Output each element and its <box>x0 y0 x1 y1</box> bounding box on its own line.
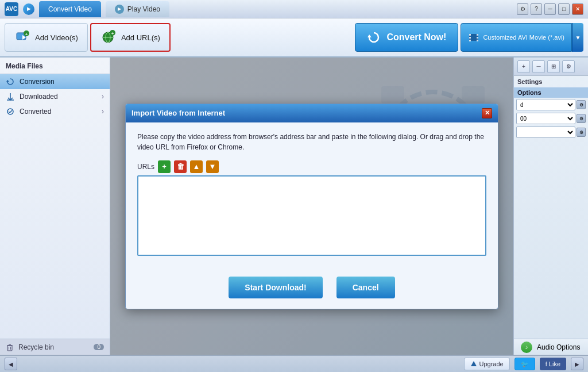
dropdown-1[interactable]: d <box>516 99 575 110</box>
app-icon: ▶ <box>23 3 34 15</box>
sidebar-item-conversion[interactable]: Conversion <box>0 74 110 89</box>
convert-now-icon <box>367 30 381 44</box>
toolbar: + Add Video(s) + Add URL(s) Convert Now! <box>0 18 588 57</box>
audio-options-bar: ♪ Audio Options <box>514 339 588 355</box>
url-input-area[interactable] <box>137 175 486 256</box>
twitter-button[interactable]: 🐦 <box>514 358 535 370</box>
help-icon[interactable]: ? <box>531 3 542 15</box>
url-move-up-button[interactable]: ▲ <box>190 160 203 173</box>
svg-marker-9 <box>368 34 372 37</box>
convert-tab-label: Convert Video <box>48 5 92 13</box>
options-section-label: Options <box>514 87 588 98</box>
window-controls: ⚙ ? ─ □ ✕ <box>517 3 583 15</box>
svg-rect-12 <box>469 37 471 39</box>
modal-description: Please copy the video address from brows… <box>137 132 486 152</box>
modal-body: Please copy the video address from brows… <box>126 122 498 270</box>
dropdown-2[interactable]: 00 <box>516 113 575 124</box>
start-download-button[interactable]: Start Download! <box>229 277 322 298</box>
converted-icon <box>6 107 15 116</box>
film-icon <box>468 32 479 43</box>
content-area: Import Video from Internet ✕ Please copy… <box>110 57 513 355</box>
sidebar-item-downloaded[interactable]: Downloaded › <box>0 89 110 104</box>
right-panel: + ─ ⊞ ⚙ Settings Options d ⚙ 00 ⚙ ⚙ <box>513 57 588 355</box>
maximize-button[interactable]: □ <box>558 3 570 15</box>
import-url-modal: Import Video from Internet ✕ Please copy… <box>125 103 498 309</box>
audio-options-container: ♪ Audio Options <box>514 339 588 355</box>
app-logo: AVC <box>5 2 18 16</box>
dropdown-row-2: 00 ⚙ <box>514 112 588 125</box>
sidebar-item-converted-label: Converted <box>20 108 51 116</box>
converted-arrow: › <box>102 108 104 116</box>
svg-text:+: + <box>25 32 28 37</box>
rp-zoom-out-button[interactable]: ─ <box>532 60 545 73</box>
modal-close-button[interactable]: ✕ <box>482 108 492 118</box>
add-urls-button[interactable]: + Add URL(s) <box>90 23 171 52</box>
rp-zoom-in-button[interactable]: + <box>517 60 530 73</box>
rp-settings-button[interactable]: ⚙ <box>562 60 575 73</box>
svg-rect-11 <box>469 34 471 36</box>
modal-overlay: Import Video from Internet ✕ Please copy… <box>110 57 513 355</box>
rp-grid-button[interactable]: ⊞ <box>547 60 560 73</box>
tab-play-video[interactable]: ▶ Play Video <box>106 1 169 17</box>
url-add-button[interactable]: + <box>158 160 171 173</box>
dropdown-2-settings[interactable]: ⚙ <box>577 114 586 123</box>
add-videos-label: Add Video(s) <box>35 33 78 42</box>
recycle-bin-count: 0 <box>94 344 104 350</box>
add-urls-label: Add URL(s) <box>121 33 160 42</box>
audio-options-label: Audio Options <box>537 343 580 351</box>
settings-icon[interactable]: ⚙ <box>517 3 528 15</box>
url-move-down-button[interactable]: ▼ <box>206 160 219 173</box>
sidebar-item-downloaded-label: Downloaded <box>20 93 58 101</box>
url-delete-button[interactable]: 🗑 <box>174 160 187 173</box>
modal-titlebar: Import Video from Internet ✕ <box>126 104 498 122</box>
download-icon <box>6 92 15 101</box>
sidebar-item-converted[interactable]: Converted › <box>0 104 110 119</box>
minimize-button[interactable]: ─ <box>544 3 556 15</box>
format-button[interactable]: Customized AVI Movie (*.avi) <box>461 23 572 52</box>
play-tab-icon: ▶ <box>115 5 124 14</box>
add-urls-icon: + <box>100 29 117 45</box>
nav-next-button[interactable]: ▶ <box>571 358 583 370</box>
dropdown-row-1: d ⚙ <box>514 98 588 112</box>
add-videos-icon: + <box>14 29 30 45</box>
play-tab-label: Play Video <box>127 5 160 13</box>
sidebar-header: Media Files <box>0 57 110 74</box>
cancel-button[interactable]: Cancel <box>336 277 395 298</box>
svg-rect-16 <box>477 40 478 41</box>
title-bar: AVC ▶ Convert Video ▶ Play Video ⚙ ? ─ □… <box>0 0 588 18</box>
format-dropdown-arrow[interactable]: ▼ <box>572 23 583 52</box>
svg-marker-32 <box>471 361 477 366</box>
convert-now-button[interactable]: Convert Now! <box>355 23 458 52</box>
svg-rect-21 <box>7 346 12 351</box>
nav-prev-button[interactable]: ◀ <box>5 358 17 370</box>
dropdown-3-settings[interactable]: ⚙ <box>577 128 586 137</box>
add-videos-button[interactable]: + Add Video(s) <box>5 23 88 52</box>
close-button[interactable]: ✕ <box>572 3 583 15</box>
url-section-header: URLs + 🗑 ▲ ▼ <box>137 160 486 173</box>
modal-title: Import Video from Internet <box>131 109 225 117</box>
upgrade-icon <box>470 361 477 367</box>
upgrade-button[interactable]: Upgrade <box>464 358 510 370</box>
upgrade-label: Upgrade <box>479 361 504 367</box>
urls-label: URLs <box>137 163 154 171</box>
twitter-icon: 🐦 <box>521 361 529 368</box>
svg-text:+: + <box>111 31 114 36</box>
convert-now-label: Convert Now! <box>386 32 446 43</box>
dropdown-row-3: ⚙ <box>514 125 588 139</box>
downloaded-arrow: › <box>102 93 104 101</box>
tab-convert-video[interactable]: Convert Video <box>39 1 101 17</box>
dropdown-3[interactable] <box>516 126 575 138</box>
svg-rect-14 <box>477 34 478 36</box>
sidebar-item-conversion-label: Conversion <box>20 78 55 86</box>
recycle-bin[interactable]: Recycle bin 0 <box>0 339 110 355</box>
fb-like-label: f Like <box>546 361 560 367</box>
recycle-bin-label: Recycle bin <box>18 343 54 351</box>
svg-rect-15 <box>477 37 478 39</box>
audio-icon: ♪ <box>521 342 532 353</box>
main-layout: Media Files Conversion Downloaded › <box>0 57 588 355</box>
format-selector: Customized AVI Movie (*.avi) ▼ <box>461 23 583 52</box>
facebook-like-button[interactable]: f Like <box>540 358 566 370</box>
url-input-field[interactable] <box>141 179 483 187</box>
format-label: Customized AVI Movie (*.avi) <box>483 34 564 41</box>
dropdown-1-settings[interactable]: ⚙ <box>577 100 586 109</box>
